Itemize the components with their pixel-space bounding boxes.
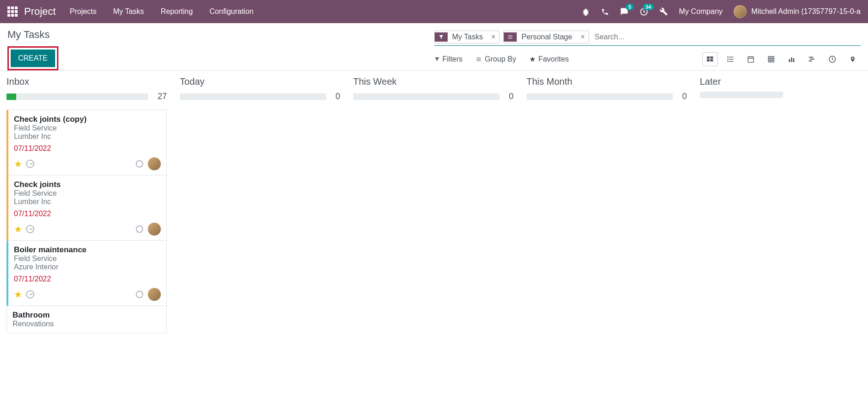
column-later: Later — [700, 76, 792, 333]
card-title: Boiler maintenance — [14, 245, 161, 255]
column-inbox: Inbox 27 Check joints (copy) Field Servi… — [6, 76, 167, 333]
column-progress[interactable] — [6, 93, 148, 100]
filters-button[interactable]: Filters — [434, 55, 463, 63]
topbar: Project Projects My Tasks Reporting Conf… — [0, 0, 868, 23]
column-progress[interactable] — [526, 93, 673, 100]
clock-icon[interactable] — [26, 290, 34, 299]
tools-icon[interactable] — [659, 7, 668, 16]
phone-icon[interactable] — [601, 8, 609, 16]
card-date: 07/11/2022 — [14, 210, 161, 218]
filters-label: Filters — [443, 55, 463, 63]
list-view-icon[interactable] — [722, 52, 738, 66]
svg-point-5 — [727, 56, 729, 58]
app-brand[interactable]: Project — [24, 6, 56, 18]
card-project: Field Service — [14, 124, 161, 132]
svg-rect-11 — [748, 57, 754, 62]
svg-rect-25 — [809, 61, 812, 62]
facet-personal-stage[interactable]: Personal Stage × — [503, 31, 589, 44]
column-header[interactable]: Later — [700, 76, 792, 87]
nav-projects[interactable]: Projects — [70, 7, 96, 16]
calendar-view-icon[interactable] — [743, 52, 759, 66]
assignee-avatar[interactable] — [148, 223, 161, 236]
page-title: My Tasks — [7, 29, 434, 41]
star-icon[interactable]: ★ — [14, 289, 22, 300]
activities-badge: 34 — [643, 4, 654, 10]
column-header[interactable]: This Month — [526, 76, 687, 87]
facet-remove-icon[interactable]: × — [577, 33, 589, 41]
svg-rect-15 — [768, 56, 774, 62]
apps-icon[interactable] — [7, 6, 18, 17]
create-button[interactable]: CREATE — [11, 50, 55, 67]
svg-rect-10 — [729, 61, 733, 62]
toolbar: Filters Group By Favorites — [434, 52, 861, 66]
user-avatar — [734, 5, 747, 18]
activities-icon[interactable]: 34 — [640, 7, 648, 16]
svg-point-9 — [727, 61, 729, 62]
column-progress[interactable] — [180, 93, 326, 100]
column-count: 0 — [336, 92, 340, 101]
column-today: Today 0 — [180, 76, 340, 333]
clock-icon[interactable] — [26, 225, 34, 233]
card-title: Check joints (copy) — [14, 115, 161, 124]
column-header[interactable]: Inbox — [6, 76, 167, 87]
nav-reporting[interactable]: Reporting — [161, 7, 193, 16]
assignee-avatar[interactable] — [148, 288, 161, 301]
favorites-label: Favorites — [539, 55, 569, 63]
nav-my-tasks[interactable]: My Tasks — [113, 7, 144, 16]
nav-configuration[interactable]: Configuration — [209, 7, 253, 16]
card-project: Field Service — [14, 189, 161, 198]
task-card[interactable]: Boiler maintenance Field Service Azure I… — [6, 241, 167, 306]
kanban-board: Inbox 27 Check joints (copy) Field Servi… — [0, 70, 868, 339]
bug-icon[interactable] — [582, 7, 590, 16]
card-date: 07/11/2022 — [14, 144, 161, 153]
facet-my-tasks[interactable]: My Tasks × — [434, 31, 500, 44]
messages-icon[interactable]: 5 — [620, 7, 628, 16]
user-menu[interactable]: Mitchell Admin (17357797-15-0-a — [734, 5, 861, 18]
card-project: Renovations — [13, 320, 161, 328]
create-highlight: CREATE — [7, 46, 58, 70]
star-icon[interactable]: ★ — [14, 224, 22, 235]
kanban-view-icon[interactable] — [702, 52, 718, 66]
state-icon[interactable] — [136, 160, 143, 168]
pivot-view-icon[interactable] — [763, 52, 779, 66]
control-panel: My Tasks CREATE My Tasks × Personal Stag… — [0, 23, 868, 70]
task-card[interactable]: Check joints Field Service Lumber Inc 07… — [6, 175, 167, 241]
groupby-button[interactable]: Group By — [475, 55, 516, 63]
map-view-icon[interactable] — [845, 52, 861, 66]
messages-badge: 5 — [626, 4, 634, 10]
column-progress[interactable] — [353, 93, 500, 100]
gantt-view-icon[interactable] — [804, 52, 820, 66]
clock-icon[interactable] — [26, 160, 34, 168]
facet-remove-icon[interactable]: × — [488, 33, 499, 41]
systray: 5 34 My Company Mitchell Admin (17357797… — [582, 5, 861, 18]
search-input[interactable] — [593, 31, 861, 43]
svg-rect-21 — [791, 57, 792, 62]
card-title: Check joints — [14, 180, 161, 189]
search-bar: My Tasks × Personal Stage × — [434, 29, 861, 46]
card-client: Azure Interior — [14, 263, 161, 271]
groupby-label: Group By — [485, 55, 516, 63]
filter-icon — [435, 32, 448, 42]
state-icon[interactable] — [136, 225, 143, 233]
column-header[interactable]: Today — [180, 76, 340, 87]
graph-view-icon[interactable] — [784, 52, 799, 66]
svg-rect-8 — [729, 59, 733, 59]
column-header[interactable]: This Week — [353, 76, 513, 87]
card-client: Lumber Inc — [14, 198, 161, 206]
task-card[interactable]: Bathroom Renovations — [6, 306, 167, 333]
favorites-button[interactable]: Favorites — [529, 55, 569, 63]
facet-label: My Tasks — [448, 31, 488, 43]
task-card[interactable]: Check joints (copy) Field Service Lumber… — [6, 110, 167, 175]
activity-view-icon[interactable] — [824, 52, 840, 66]
card-date: 07/11/2022 — [14, 275, 161, 283]
facet-label: Personal Stage — [517, 31, 577, 43]
assignee-avatar[interactable] — [148, 157, 161, 170]
svg-rect-22 — [793, 58, 794, 62]
column-progress[interactable] — [700, 92, 783, 98]
svg-rect-24 — [810, 59, 814, 60]
state-icon[interactable] — [136, 291, 143, 298]
company-selector[interactable]: My Company — [679, 7, 722, 16]
star-icon[interactable]: ★ — [14, 158, 22, 169]
column-count: 27 — [158, 92, 167, 101]
svg-rect-4 — [710, 59, 713, 62]
